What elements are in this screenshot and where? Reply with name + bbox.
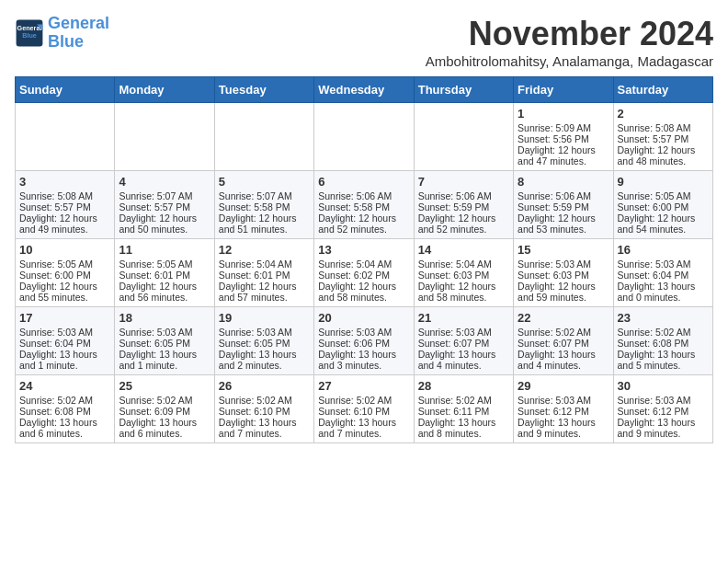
day-number: 10 <box>19 243 110 257</box>
day-info: Daylight: 12 hours <box>518 213 609 224</box>
calendar-cell: 15Sunrise: 5:03 AMSunset: 6:03 PMDayligh… <box>514 239 613 307</box>
day-info: Sunset: 6:12 PM <box>618 406 709 417</box>
day-info: Daylight: 13 hours <box>19 349 110 360</box>
day-info: and 6 minutes. <box>119 428 210 439</box>
day-info: Daylight: 12 hours <box>19 213 110 224</box>
day-info: Daylight: 12 hours <box>219 213 310 224</box>
calendar-cell: 27Sunrise: 5:02 AMSunset: 6:10 PMDayligh… <box>314 375 414 443</box>
day-info: Sunset: 6:11 PM <box>418 406 509 417</box>
day-info: and 7 minutes. <box>318 428 409 439</box>
day-number: 12 <box>219 243 310 257</box>
day-info: Daylight: 12 hours <box>418 213 509 224</box>
calendar-cell <box>314 103 414 171</box>
day-info: Daylight: 13 hours <box>618 281 709 292</box>
day-info: Sunrise: 5:03 AM <box>618 395 709 406</box>
calendar-cell: 9Sunrise: 5:05 AMSunset: 6:00 PMDaylight… <box>613 171 712 239</box>
day-info: and 58 minutes. <box>318 292 409 303</box>
day-info: Sunrise: 5:03 AM <box>418 327 509 338</box>
day-info: and 9 minutes. <box>518 428 609 439</box>
day-number: 9 <box>618 175 709 189</box>
calendar-cell: 3Sunrise: 5:08 AMSunset: 5:57 PMDaylight… <box>16 171 115 239</box>
day-info: Daylight: 12 hours <box>119 213 210 224</box>
day-number: 24 <box>19 379 110 393</box>
day-info: Sunset: 5:58 PM <box>318 201 409 213</box>
day-number: 17 <box>19 311 110 325</box>
day-info: Sunset: 6:03 PM <box>518 270 609 281</box>
day-info: and 1 minute. <box>119 360 210 371</box>
calendar-cell <box>115 103 214 171</box>
day-info: Sunrise: 5:02 AM <box>219 395 310 406</box>
day-info: Sunrise: 5:03 AM <box>19 327 110 338</box>
calendar-cell: 14Sunrise: 5:04 AMSunset: 6:03 PMDayligh… <box>414 239 513 307</box>
day-info: and 53 minutes. <box>518 224 609 235</box>
calendar-week-4: 17Sunrise: 5:03 AMSunset: 6:04 PMDayligh… <box>16 307 713 375</box>
day-info: and 1 minute. <box>19 360 110 371</box>
day-info: and 8 minutes. <box>418 428 509 439</box>
calendar-week-2: 3Sunrise: 5:08 AMSunset: 5:57 PMDaylight… <box>16 171 713 239</box>
calendar-cell <box>16 103 115 171</box>
day-info: Sunrise: 5:03 AM <box>618 259 709 270</box>
day-info: Sunrise: 5:04 AM <box>318 259 409 270</box>
day-info: Sunset: 6:04 PM <box>618 270 709 281</box>
day-info: Sunrise: 5:02 AM <box>19 395 110 406</box>
day-info: and 49 minutes. <box>19 224 110 235</box>
day-info: Sunset: 6:10 PM <box>318 406 409 417</box>
day-info: Sunset: 5:59 PM <box>518 201 609 213</box>
location-title: Ambohitrolomahitsy, Analamanga, Madagasc… <box>426 53 713 69</box>
day-info: Sunset: 5:59 PM <box>418 201 509 213</box>
weekday-header-monday: Monday <box>115 77 214 103</box>
day-info: Sunset: 5:57 PM <box>119 201 210 213</box>
calendar-cell: 18Sunrise: 5:03 AMSunset: 6:05 PMDayligh… <box>115 307 214 375</box>
day-info: and 3 minutes. <box>318 360 409 371</box>
day-number: 30 <box>618 379 709 393</box>
day-info: Daylight: 12 hours <box>318 213 409 224</box>
day-number: 25 <box>119 379 210 393</box>
day-info: Daylight: 12 hours <box>618 144 709 155</box>
day-info: and 52 minutes. <box>418 224 509 235</box>
day-info: Sunset: 6:06 PM <box>318 338 409 349</box>
calendar-cell: 26Sunrise: 5:02 AMSunset: 6:10 PMDayligh… <box>214 375 313 443</box>
calendar-cell: 20Sunrise: 5:03 AMSunset: 6:06 PMDayligh… <box>314 307 414 375</box>
calendar-cell: 8Sunrise: 5:06 AMSunset: 5:59 PMDaylight… <box>514 171 613 239</box>
day-number: 11 <box>119 243 210 257</box>
day-info: Sunrise: 5:02 AM <box>318 395 409 406</box>
day-info: Sunrise: 5:03 AM <box>119 327 210 338</box>
day-number: 8 <box>518 175 609 189</box>
day-info: Daylight: 12 hours <box>219 281 310 292</box>
day-info: Daylight: 12 hours <box>19 281 110 292</box>
day-info: Sunrise: 5:02 AM <box>618 327 709 338</box>
day-info: Sunrise: 5:02 AM <box>119 395 210 406</box>
calendar-cell: 4Sunrise: 5:07 AMSunset: 5:57 PMDaylight… <box>115 171 214 239</box>
day-info: Sunrise: 5:04 AM <box>219 259 310 270</box>
title-area: November 2024 Ambohitrolomahitsy, Analam… <box>426 15 713 69</box>
day-info: and 2 minutes. <box>219 360 310 371</box>
day-info: Sunrise: 5:05 AM <box>119 259 210 270</box>
day-number: 22 <box>518 311 609 325</box>
day-info: and 50 minutes. <box>119 224 210 235</box>
day-number: 16 <box>618 243 709 257</box>
day-info: and 54 minutes. <box>618 224 709 235</box>
day-info: Daylight: 12 hours <box>418 281 509 292</box>
day-info: Sunset: 6:01 PM <box>119 270 210 281</box>
header: General Blue GeneralBlue November 2024 A… <box>15 15 713 69</box>
day-number: 13 <box>318 243 409 257</box>
calendar-cell: 1Sunrise: 5:09 AMSunset: 5:56 PMDaylight… <box>514 103 613 171</box>
day-info: Sunset: 6:03 PM <box>418 270 509 281</box>
calendar-cell: 7Sunrise: 5:06 AMSunset: 5:59 PMDaylight… <box>414 171 513 239</box>
day-number: 26 <box>219 379 310 393</box>
day-number: 23 <box>618 311 709 325</box>
day-info: Sunset: 5:57 PM <box>19 201 110 213</box>
day-info: Daylight: 13 hours <box>518 417 609 428</box>
calendar-cell: 24Sunrise: 5:02 AMSunset: 6:08 PMDayligh… <box>16 375 115 443</box>
calendar-cell: 28Sunrise: 5:02 AMSunset: 6:11 PMDayligh… <box>414 375 513 443</box>
day-number: 27 <box>318 379 409 393</box>
calendar-cell: 29Sunrise: 5:03 AMSunset: 6:12 PMDayligh… <box>514 375 613 443</box>
day-info: Sunset: 6:12 PM <box>518 406 609 417</box>
calendar-week-1: 1Sunrise: 5:09 AMSunset: 5:56 PMDaylight… <box>16 103 713 171</box>
day-info: and 4 minutes. <box>418 360 509 371</box>
logo: General Blue GeneralBlue <box>15 15 109 52</box>
calendar-cell: 25Sunrise: 5:02 AMSunset: 6:09 PMDayligh… <box>115 375 214 443</box>
day-info: Daylight: 12 hours <box>518 144 609 155</box>
day-info: Sunrise: 5:05 AM <box>19 259 110 270</box>
day-info: Daylight: 13 hours <box>119 417 210 428</box>
